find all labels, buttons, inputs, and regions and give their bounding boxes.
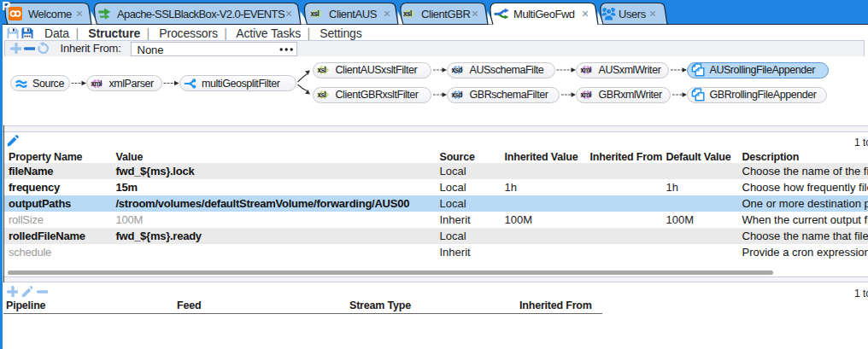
svg-text:ClientAUS: ClientAUS	[329, 8, 378, 20]
svg-text:xml: xml	[91, 80, 103, 88]
svg-text:MultiGeoFwd: MultiGeoFwd	[513, 8, 575, 20]
svg-text:×: ×	[76, 7, 83, 20]
svg-text:×: ×	[649, 7, 656, 20]
svg-text:ClientGBR: ClientGBR	[421, 8, 470, 20]
svg-text:xml: xml	[581, 91, 592, 99]
svg-text:Welcome: Welcome	[28, 8, 72, 20]
svg-text:xsl: xsl	[318, 91, 326, 99]
svg-text:×: ×	[472, 7, 478, 20]
svg-text:Apache-SSLBlackBox-V2.0-EVENTS: Apache-SSLBlackBox-V2.0-EVENTS	[117, 8, 285, 20]
svg-text:xsl: xsl	[403, 10, 412, 18]
svg-text:xsl: xsl	[318, 67, 326, 74]
svg-text:xsd: xsd	[452, 67, 463, 74]
svg-text:Users: Users	[619, 8, 647, 20]
svg-text:xml: xml	[581, 67, 592, 74]
svg-text:×: ×	[384, 7, 390, 20]
svg-text:P: P	[2, 0, 10, 13]
svg-text:×: ×	[285, 7, 292, 20]
svg-text:xsd: xsd	[452, 91, 463, 99]
svg-text:xsl: xsl	[311, 10, 320, 18]
svg-text:×: ×	[582, 7, 589, 20]
